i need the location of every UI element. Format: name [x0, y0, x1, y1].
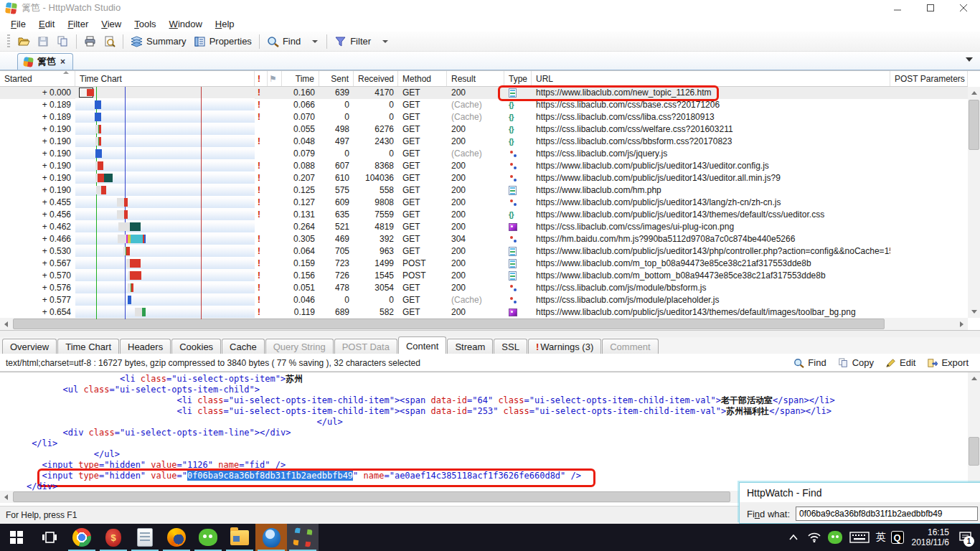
detail-tab-overview[interactable]: Overview	[2, 339, 57, 354]
ime-language-indicator[interactable]: 英	[876, 531, 886, 544]
properties-button[interactable]: Properties	[190, 33, 255, 50]
document-tab[interactable]: 篱笆 ×	[17, 53, 73, 70]
summary-button[interactable]: Summary	[127, 33, 190, 50]
column-header-sent[interactable]: Sent	[319, 71, 354, 86]
tray-expand-chevron-icon[interactable]	[786, 527, 801, 548]
request-row[interactable]: + 0.455!0.1276099808GET200https://www.li…	[0, 197, 968, 209]
request-row[interactable]: + 0.1900.07900GET(Cache)https://css.liba…	[0, 148, 968, 160]
content-copy-button[interactable]: Copy	[832, 357, 880, 368]
detail-tab-time-chart[interactable]: Time Chart	[57, 339, 119, 354]
column-header-warn[interactable]: !	[255, 71, 268, 86]
request-row[interactable]: + 0.000!0.1606394170GET200https://www.li…	[0, 87, 968, 99]
request-row[interactable]: + 0.567!0.1597231499POST200https://www.l…	[0, 258, 968, 270]
detail-tab-cookies[interactable]: Cookies	[171, 339, 221, 354]
taskbar-notepad[interactable]	[129, 524, 161, 551]
open-button[interactable]	[14, 33, 34, 50]
print-preview-button[interactable]	[100, 33, 119, 50]
detail-tab-comment[interactable]: Comment	[602, 339, 658, 354]
menu-view[interactable]: View	[95, 17, 128, 31]
panel-splitter[interactable]	[0, 331, 980, 337]
column-header-time[interactable]: Time	[282, 71, 319, 86]
request-row[interactable]: + 0.530!0.064705963GET200https://www.lib…	[0, 245, 968, 258]
action-center-button[interactable]: 1	[957, 527, 976, 548]
filter-dropdown[interactable]	[374, 33, 393, 50]
filter-button[interactable]: Filter	[331, 33, 374, 50]
request-row[interactable]: + 0.466!0.305469392GET304https://hm.baid…	[0, 233, 968, 245]
detail-tab-ssl[interactable]: SSL	[494, 339, 527, 354]
request-row[interactable]: + 0.190!0.125575558GET200https://www.lib…	[0, 184, 968, 197]
wechat-tray-icon[interactable]	[827, 527, 843, 548]
taskbar-file-explorer[interactable]	[224, 524, 255, 551]
maximize-button[interactable]	[914, 0, 947, 16]
requests-vscrollbar[interactable]	[968, 87, 980, 318]
column-header-method[interactable]: Method	[398, 71, 447, 86]
save-button[interactable]	[34, 33, 53, 50]
column-header-type[interactable]: Type	[504, 71, 532, 86]
menu-file[interactable]: File	[4, 17, 32, 31]
content-source-view[interactable]: <li class="ui-select-opts-item">苏州 <ul c…	[0, 372, 980, 491]
request-row[interactable]: + 0.577!0.04600GET(Cache)https://css.lib…	[0, 294, 968, 306]
request-row[interactable]: + 0.4620.2645214819GET200https://css.lib…	[0, 221, 968, 233]
task-view-button[interactable]	[33, 524, 66, 551]
close-button[interactable]	[947, 0, 980, 16]
column-header-received[interactable]: Received	[354, 71, 398, 86]
find-what-input[interactable]	[796, 507, 978, 521]
detail-tab-stream[interactable]: Stream	[447, 339, 493, 354]
tab-close-icon[interactable]: ×	[60, 57, 65, 67]
requests-hscrollbar[interactable]	[0, 318, 968, 330]
detail-tab-headers[interactable]: Headers	[120, 339, 171, 354]
taskbar-qq-active[interactable]	[255, 524, 287, 551]
request-row[interactable]: + 0.654!0.119689582GET200https://www.lib…	[0, 306, 968, 319]
request-row[interactable]: + 0.576!0.0514783054GET200https://css.li…	[0, 282, 968, 294]
cell-received: 0	[354, 99, 398, 111]
taskbar-firefox[interactable]	[161, 524, 192, 551]
request-row[interactable]: + 0.189!0.06600GET(Cache){}https://css.l…	[0, 99, 968, 111]
minimize-button[interactable]	[881, 0, 914, 16]
request-row[interactable]: + 0.190!0.0484972430GET200{}https://css.…	[0, 136, 968, 148]
column-header-started[interactable]: Started	[0, 71, 75, 86]
request-row[interactable]: + 0.570!0.1567261545POST200https://www.l…	[0, 270, 968, 282]
detail-tab-query-string[interactable]: Query String	[265, 339, 334, 354]
content-export-button[interactable]: Export	[921, 357, 974, 368]
taskbar-moneybag-app[interactable]: $	[98, 524, 129, 551]
detail-tab-cache[interactable]: Cache	[222, 339, 265, 354]
request-row[interactable]: + 0.456!0.1316357559GET200{}https://www.…	[0, 209, 968, 221]
content-edit-button[interactable]: Edit	[880, 357, 921, 368]
content-vscrollbar[interactable]	[968, 372, 980, 491]
request-row[interactable]: + 0.1900.0554986276GET200{}https://css.l…	[0, 123, 968, 136]
detail-tab-warnings-[interactable]: !Warnings (3)	[528, 339, 601, 354]
find-dropdown[interactable]	[304, 33, 323, 50]
request-row[interactable]: + 0.190!0.207610104036GET200https://www.…	[0, 172, 968, 184]
start-button[interactable]	[0, 524, 33, 551]
toolbar-grip[interactable]	[7, 34, 10, 49]
menu-edit[interactable]: Edit	[32, 17, 61, 31]
touch-keyboard-icon[interactable]	[848, 527, 871, 548]
detail-tab-content[interactable]: Content	[398, 336, 447, 354]
tab-list-dropdown-icon[interactable]	[966, 57, 973, 62]
print-button[interactable]	[80, 33, 100, 50]
request-row[interactable]: + 0.189!0.07000GET(Cache){}https://css.l…	[0, 111, 968, 123]
request-row[interactable]: + 0.190!0.0886078368GET200https://www.li…	[0, 160, 968, 172]
menu-window[interactable]: Window	[163, 17, 209, 31]
cell-result: 200	[447, 270, 504, 282]
taskbar-httpwatch-active[interactable]	[287, 524, 319, 551]
column-header-flag[interactable]: ⚑	[268, 71, 282, 86]
column-header-url[interactable]: URL	[532, 71, 890, 86]
taskbar-wechat[interactable]	[192, 524, 224, 551]
detail-tab-post-data[interactable]: POST Data	[334, 339, 397, 354]
taskbar-clock[interactable]: 16:15 2018/11/6	[909, 527, 953, 547]
find-button[interactable]: Find	[263, 33, 304, 50]
taskbar-chrome[interactable]	[66, 524, 98, 551]
wifi-icon[interactable]	[806, 527, 822, 548]
column-header-post[interactable]: POST Parameters	[890, 71, 968, 86]
qq-tray-icon[interactable]: Q	[891, 531, 904, 544]
content-find-button[interactable]: Find	[788, 357, 831, 368]
menu-filter[interactable]: Filter	[61, 17, 95, 31]
find-dialog-title[interactable]: HttpWatch - Find	[740, 483, 980, 502]
column-header-chart[interactable]: Time Chart	[75, 71, 255, 86]
menu-help[interactable]: Help	[209, 17, 241, 31]
js-file-icon	[509, 198, 518, 207]
column-header-result[interactable]: Result	[447, 71, 504, 86]
copy-button[interactable]	[53, 33, 72, 50]
menu-tools[interactable]: Tools	[128, 17, 162, 31]
